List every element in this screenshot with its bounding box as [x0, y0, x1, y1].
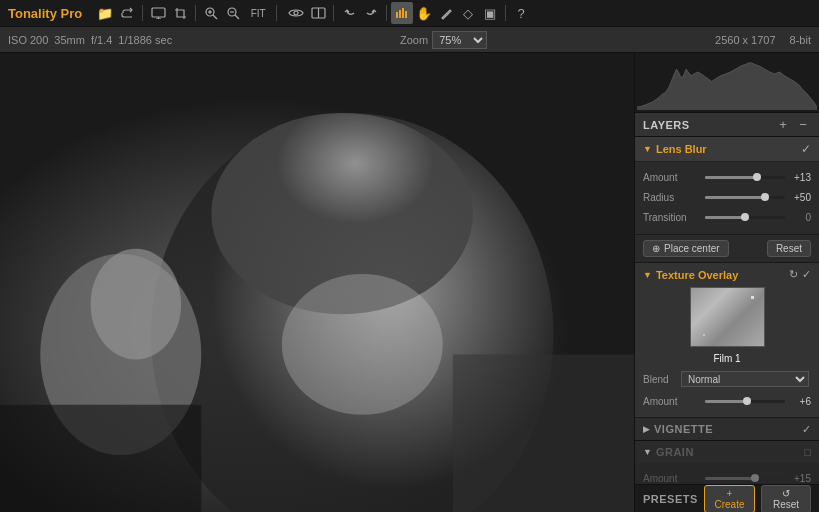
iso-label: ISO 200: [8, 34, 48, 46]
lens-blur-check[interactable]: ✓: [801, 142, 811, 156]
zoom-section: Zoom 75% 50% 100% 200% FIT: [400, 31, 487, 49]
transition-fill: [705, 216, 745, 219]
layers-title: LAYERS: [643, 119, 690, 131]
layers-actions: + −: [775, 117, 811, 133]
right-panel: LAYERS + − ▼ Lens Blur ✓ Amount: [634, 53, 819, 512]
transition-track[interactable]: [705, 216, 785, 219]
canvas-area[interactable]: [0, 53, 634, 512]
zoom-in-icon[interactable]: [200, 2, 222, 24]
remove-layer-button[interactable]: −: [795, 117, 811, 133]
grain-header[interactable]: ▼ Grain □: [635, 441, 819, 463]
texture-amount-track[interactable]: [705, 400, 785, 403]
texture-overlay-layer: ▼ Texture Overlay ↻ ✓ Film 1: [635, 263, 819, 418]
lens-blur-arrow: ▼: [643, 144, 652, 154]
photo-svg: [0, 53, 634, 512]
amount-fill: [705, 176, 757, 179]
help-icon[interactable]: ?: [510, 2, 532, 24]
share-icon[interactable]: [116, 2, 138, 24]
amount-value: +13: [789, 172, 811, 183]
radius-thumb[interactable]: [761, 193, 769, 201]
metadata-bar: ISO 200 35mm f/1.4 1/1886 sec Zoom 75% 5…: [0, 27, 819, 53]
eye-icon[interactable]: [285, 2, 307, 24]
layers-header[interactable]: LAYERS + −: [635, 113, 819, 137]
add-layer-button[interactable]: +: [775, 117, 791, 133]
radius-slider-row: Radius +50: [643, 188, 811, 206]
place-center-button[interactable]: ⊕ Place center: [643, 240, 729, 257]
shutter-label: 1/1886 sec: [118, 34, 172, 46]
grain-amount-value: +15: [789, 473, 811, 484]
vignette-check[interactable]: ✓: [802, 423, 811, 436]
bit-depth: 8-bit: [790, 34, 811, 46]
place-reset-row: ⊕ Place center Reset: [635, 235, 819, 263]
svg-rect-16: [405, 11, 407, 18]
svg-line-8: [235, 15, 239, 19]
texture-amount-fill: [705, 400, 747, 403]
create-preset-button[interactable]: + Create: [704, 485, 755, 513]
grain-amount-row: Amount +15: [643, 469, 811, 484]
grain-arrow: ▼: [643, 447, 652, 457]
transition-label: Transition: [643, 212, 701, 223]
texture-amount-thumb[interactable]: [743, 397, 751, 405]
blend-selector[interactable]: Normal Multiply Screen Overlay Soft Ligh…: [681, 371, 809, 387]
separator: [386, 5, 387, 21]
vignette-arrow: ▶: [643, 424, 650, 434]
texture-thumb-inner: [691, 288, 764, 346]
monitor-icon[interactable]: [147, 2, 169, 24]
split-view-icon[interactable]: [307, 2, 329, 24]
svg-rect-24: [453, 354, 634, 512]
radius-label: Radius: [643, 192, 701, 203]
grain-check[interactable]: □: [804, 446, 811, 458]
zoom-selector[interactable]: 75% 50% 100% 200% FIT: [432, 31, 487, 49]
svg-line-4: [213, 15, 217, 19]
svg-point-21: [91, 249, 182, 360]
texture-refresh-icon[interactable]: ↻: [789, 268, 798, 281]
lens-blur-reset-button[interactable]: Reset: [767, 240, 811, 257]
redo-icon[interactable]: [360, 2, 382, 24]
panel-content[interactable]: LAYERS + − ▼ Lens Blur ✓ Amount: [635, 113, 819, 484]
transition-slider-row: Transition 0: [643, 208, 811, 226]
grain-section: ▼ Grain □ Amount +15 Softness: [635, 441, 819, 484]
grain-amount-track: [705, 477, 785, 480]
radius-track[interactable]: [705, 196, 785, 199]
hand-tool-icon[interactable]: ✋: [413, 2, 435, 24]
diamond-tool-icon[interactable]: ◇: [457, 2, 479, 24]
texture-amount-value: +6: [789, 396, 811, 407]
square-tool-icon[interactable]: ▣: [479, 2, 501, 24]
reset-preset-button[interactable]: ↺ Reset: [761, 485, 811, 513]
amount-label: Amount: [643, 172, 701, 183]
svg-rect-0: [152, 8, 165, 17]
texture-dot: [751, 296, 754, 299]
transition-thumb[interactable]: [741, 213, 749, 221]
lens-blur-layer[interactable]: ▼ Lens Blur ✓: [635, 137, 819, 162]
aperture-label: f/1.4: [91, 34, 112, 46]
pen-tool-icon[interactable]: [435, 2, 457, 24]
radius-value: +50: [789, 192, 811, 203]
lens-blur-header: ▼ Lens Blur ✓: [643, 142, 811, 156]
histogram-view-icon[interactable]: [391, 2, 413, 24]
svg-rect-14: [399, 10, 401, 18]
open-folder-icon[interactable]: 📁: [94, 2, 116, 24]
separator: [195, 5, 196, 21]
grain-sliders: Amount +15 Softness +50: [635, 463, 819, 484]
amount-slider-row: Amount +13: [643, 168, 811, 186]
zoom-out-icon[interactable]: [222, 2, 244, 24]
texture-thumbnail[interactable]: [690, 287, 765, 347]
amount-track[interactable]: [705, 176, 785, 179]
texture-check[interactable]: ✓: [802, 268, 811, 281]
fit-button[interactable]: FIT: [244, 2, 272, 24]
vignette-section: ▶ Vignette ✓: [635, 418, 819, 441]
grain-amount-thumb: [751, 474, 759, 482]
lens-blur-name: Lens Blur: [656, 143, 707, 155]
vignette-header[interactable]: ▶ Vignette ✓: [635, 418, 819, 440]
crop-icon[interactable]: [169, 2, 191, 24]
undo-icon[interactable]: [338, 2, 360, 24]
texture-thumbnail-container: Film 1: [643, 287, 811, 364]
svg-rect-15: [402, 8, 404, 18]
svg-point-10: [294, 11, 298, 15]
app-title: Tonality Pro: [8, 6, 82, 21]
amount-thumb[interactable]: [753, 173, 761, 181]
photo-canvas[interactable]: [0, 53, 634, 512]
blend-label: Blend: [643, 374, 681, 385]
focal-label: 35mm: [54, 34, 85, 46]
vignette-title: Vignette: [654, 423, 713, 435]
